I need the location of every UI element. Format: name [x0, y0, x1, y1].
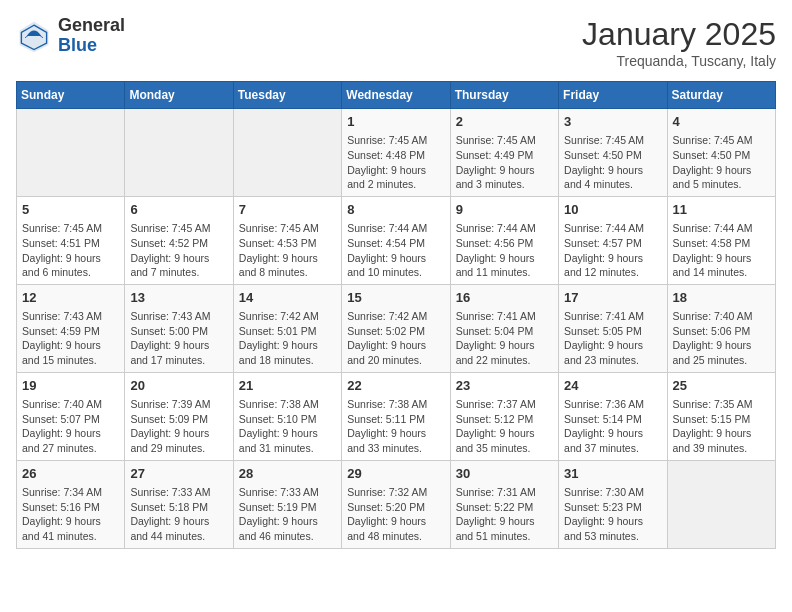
day-number: 30 — [456, 465, 553, 483]
calendar-cell: 1Sunrise: 7:45 AM Sunset: 4:48 PM Daylig… — [342, 109, 450, 197]
calendar-cell — [667, 460, 775, 548]
location-subtitle: Trequanda, Tuscany, Italy — [582, 53, 776, 69]
calendar-week-2: 5Sunrise: 7:45 AM Sunset: 4:51 PM Daylig… — [17, 196, 776, 284]
day-number: 6 — [130, 201, 227, 219]
logo-icon — [16, 18, 52, 54]
calendar-cell: 21Sunrise: 7:38 AM Sunset: 5:10 PM Dayli… — [233, 372, 341, 460]
day-info: Sunrise: 7:43 AM Sunset: 5:00 PM Dayligh… — [130, 309, 227, 368]
day-info: Sunrise: 7:31 AM Sunset: 5:22 PM Dayligh… — [456, 485, 553, 544]
calendar-cell: 23Sunrise: 7:37 AM Sunset: 5:12 PM Dayli… — [450, 372, 558, 460]
day-info: Sunrise: 7:30 AM Sunset: 5:23 PM Dayligh… — [564, 485, 661, 544]
calendar-week-5: 26Sunrise: 7:34 AM Sunset: 5:16 PM Dayli… — [17, 460, 776, 548]
calendar-cell: 17Sunrise: 7:41 AM Sunset: 5:05 PM Dayli… — [559, 284, 667, 372]
day-info: Sunrise: 7:37 AM Sunset: 5:12 PM Dayligh… — [456, 397, 553, 456]
day-info: Sunrise: 7:44 AM Sunset: 4:58 PM Dayligh… — [673, 221, 770, 280]
day-info: Sunrise: 7:44 AM Sunset: 4:56 PM Dayligh… — [456, 221, 553, 280]
calendar-cell — [233, 109, 341, 197]
weekday-header-friday: Friday — [559, 82, 667, 109]
weekday-header-tuesday: Tuesday — [233, 82, 341, 109]
day-number: 18 — [673, 289, 770, 307]
calendar-cell: 31Sunrise: 7:30 AM Sunset: 5:23 PM Dayli… — [559, 460, 667, 548]
calendar-cell — [125, 109, 233, 197]
calendar-cell: 9Sunrise: 7:44 AM Sunset: 4:56 PM Daylig… — [450, 196, 558, 284]
logo-general-text: General — [58, 15, 125, 35]
calendar-cell: 14Sunrise: 7:42 AM Sunset: 5:01 PM Dayli… — [233, 284, 341, 372]
day-number: 4 — [673, 113, 770, 131]
calendar-table: SundayMondayTuesdayWednesdayThursdayFrid… — [16, 81, 776, 549]
day-number: 25 — [673, 377, 770, 395]
calendar-cell: 4Sunrise: 7:45 AM Sunset: 4:50 PM Daylig… — [667, 109, 775, 197]
calendar-cell: 28Sunrise: 7:33 AM Sunset: 5:19 PM Dayli… — [233, 460, 341, 548]
calendar-cell: 18Sunrise: 7:40 AM Sunset: 5:06 PM Dayli… — [667, 284, 775, 372]
day-number: 11 — [673, 201, 770, 219]
calendar-week-1: 1Sunrise: 7:45 AM Sunset: 4:48 PM Daylig… — [17, 109, 776, 197]
day-info: Sunrise: 7:42 AM Sunset: 5:01 PM Dayligh… — [239, 309, 336, 368]
calendar-cell: 12Sunrise: 7:43 AM Sunset: 4:59 PM Dayli… — [17, 284, 125, 372]
day-info: Sunrise: 7:35 AM Sunset: 5:15 PM Dayligh… — [673, 397, 770, 456]
day-info: Sunrise: 7:39 AM Sunset: 5:09 PM Dayligh… — [130, 397, 227, 456]
day-number: 12 — [22, 289, 119, 307]
day-number: 14 — [239, 289, 336, 307]
calendar-cell: 8Sunrise: 7:44 AM Sunset: 4:54 PM Daylig… — [342, 196, 450, 284]
day-info: Sunrise: 7:44 AM Sunset: 4:54 PM Dayligh… — [347, 221, 444, 280]
day-info: Sunrise: 7:33 AM Sunset: 5:19 PM Dayligh… — [239, 485, 336, 544]
day-number: 28 — [239, 465, 336, 483]
weekday-header-thursday: Thursday — [450, 82, 558, 109]
calendar-cell: 24Sunrise: 7:36 AM Sunset: 5:14 PM Dayli… — [559, 372, 667, 460]
day-number: 21 — [239, 377, 336, 395]
day-number: 22 — [347, 377, 444, 395]
day-number: 24 — [564, 377, 661, 395]
calendar-cell: 30Sunrise: 7:31 AM Sunset: 5:22 PM Dayli… — [450, 460, 558, 548]
page-header: General Blue January 2025 Trequanda, Tus… — [16, 16, 776, 69]
day-number: 13 — [130, 289, 227, 307]
day-info: Sunrise: 7:41 AM Sunset: 5:04 PM Dayligh… — [456, 309, 553, 368]
day-number: 15 — [347, 289, 444, 307]
day-info: Sunrise: 7:40 AM Sunset: 5:06 PM Dayligh… — [673, 309, 770, 368]
weekday-header-row: SundayMondayTuesdayWednesdayThursdayFrid… — [17, 82, 776, 109]
day-number: 29 — [347, 465, 444, 483]
day-info: Sunrise: 7:41 AM Sunset: 5:05 PM Dayligh… — [564, 309, 661, 368]
day-number: 31 — [564, 465, 661, 483]
weekday-header-saturday: Saturday — [667, 82, 775, 109]
day-info: Sunrise: 7:45 AM Sunset: 4:53 PM Dayligh… — [239, 221, 336, 280]
calendar-cell: 26Sunrise: 7:34 AM Sunset: 5:16 PM Dayli… — [17, 460, 125, 548]
day-info: Sunrise: 7:42 AM Sunset: 5:02 PM Dayligh… — [347, 309, 444, 368]
calendar-cell: 2Sunrise: 7:45 AM Sunset: 4:49 PM Daylig… — [450, 109, 558, 197]
weekday-header-monday: Monday — [125, 82, 233, 109]
calendar-cell: 25Sunrise: 7:35 AM Sunset: 5:15 PM Dayli… — [667, 372, 775, 460]
day-number: 23 — [456, 377, 553, 395]
day-info: Sunrise: 7:45 AM Sunset: 4:52 PM Dayligh… — [130, 221, 227, 280]
calendar-cell: 16Sunrise: 7:41 AM Sunset: 5:04 PM Dayli… — [450, 284, 558, 372]
calendar-cell: 11Sunrise: 7:44 AM Sunset: 4:58 PM Dayli… — [667, 196, 775, 284]
day-info: Sunrise: 7:38 AM Sunset: 5:11 PM Dayligh… — [347, 397, 444, 456]
day-number: 19 — [22, 377, 119, 395]
calendar-cell: 7Sunrise: 7:45 AM Sunset: 4:53 PM Daylig… — [233, 196, 341, 284]
day-info: Sunrise: 7:45 AM Sunset: 4:51 PM Dayligh… — [22, 221, 119, 280]
day-number: 2 — [456, 113, 553, 131]
calendar-cell: 27Sunrise: 7:33 AM Sunset: 5:18 PM Dayli… — [125, 460, 233, 548]
svg-marker-0 — [20, 21, 49, 52]
day-number: 1 — [347, 113, 444, 131]
day-number: 5 — [22, 201, 119, 219]
day-info: Sunrise: 7:33 AM Sunset: 5:18 PM Dayligh… — [130, 485, 227, 544]
calendar-cell: 13Sunrise: 7:43 AM Sunset: 5:00 PM Dayli… — [125, 284, 233, 372]
day-info: Sunrise: 7:45 AM Sunset: 4:48 PM Dayligh… — [347, 133, 444, 192]
calendar-cell: 19Sunrise: 7:40 AM Sunset: 5:07 PM Dayli… — [17, 372, 125, 460]
calendar-cell: 22Sunrise: 7:38 AM Sunset: 5:11 PM Dayli… — [342, 372, 450, 460]
calendar-cell: 6Sunrise: 7:45 AM Sunset: 4:52 PM Daylig… — [125, 196, 233, 284]
logo: General Blue — [16, 16, 125, 56]
day-number: 3 — [564, 113, 661, 131]
day-number: 20 — [130, 377, 227, 395]
logo-blue-text: Blue — [58, 35, 97, 55]
weekday-header-sunday: Sunday — [17, 82, 125, 109]
day-number: 8 — [347, 201, 444, 219]
day-number: 17 — [564, 289, 661, 307]
day-info: Sunrise: 7:36 AM Sunset: 5:14 PM Dayligh… — [564, 397, 661, 456]
calendar-cell: 15Sunrise: 7:42 AM Sunset: 5:02 PM Dayli… — [342, 284, 450, 372]
day-number: 26 — [22, 465, 119, 483]
calendar-cell: 5Sunrise: 7:45 AM Sunset: 4:51 PM Daylig… — [17, 196, 125, 284]
day-info: Sunrise: 7:45 AM Sunset: 4:49 PM Dayligh… — [456, 133, 553, 192]
day-info: Sunrise: 7:32 AM Sunset: 5:20 PM Dayligh… — [347, 485, 444, 544]
weekday-header-wednesday: Wednesday — [342, 82, 450, 109]
day-number: 27 — [130, 465, 227, 483]
